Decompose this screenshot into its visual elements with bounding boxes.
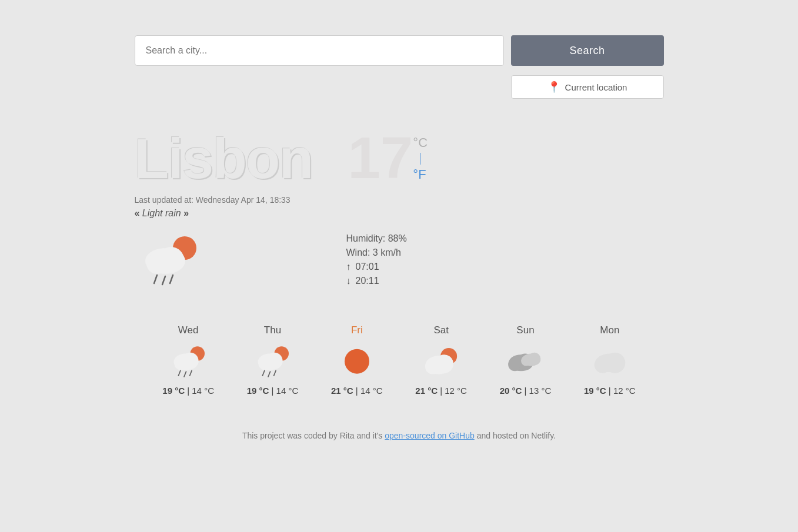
svg-line-20 [274, 370, 276, 376]
forecast-high: 19 °C [247, 386, 269, 396]
forecast-high: 19 °C [584, 386, 606, 396]
weather-details: Humidity: 88% Wind: 3 km/h ↑ 07:01 ↓ 20:… [346, 233, 407, 286]
forecast-temps: 20 °C | 13 °C [500, 386, 552, 396]
forecast-row: Wed 19 °C | 14 °CThu 19 °C | 14 °CFri 21… [135, 324, 664, 396]
svg-line-18 [263, 370, 265, 376]
forecast-day: Thu 19 °C | 14 °C [247, 324, 299, 396]
forecast-weather-icon [252, 343, 293, 379]
fahrenheit-toggle[interactable]: °F [413, 167, 426, 182]
city-name: Lisbon [135, 131, 313, 187]
forecast-weather-icon [420, 343, 462, 379]
forecast-day-label: Thu [264, 324, 281, 336]
svg-point-34 [605, 353, 625, 373]
sunrise-icon: ↑ [346, 262, 351, 272]
forecast-weather-icon [589, 343, 630, 379]
search-row: Search [135, 35, 664, 66]
city-temp-row: Lisbon 17 °C °F [135, 128, 664, 187]
svg-point-3 [158, 247, 184, 273]
forecast-day-label: Mon [600, 324, 619, 336]
unit-toggle: °C °F [413, 128, 428, 182]
forecast-temps: 19 °C | 14 °C [162, 386, 214, 396]
forecast-day-label: Sat [433, 324, 449, 336]
forecast-day: Mon 19 °C | 12 °C [584, 324, 636, 396]
chevron-left: « [135, 208, 142, 218]
weather-description: « Light rain » [135, 208, 664, 219]
svg-line-13 [190, 370, 192, 376]
forecast-temps: 21 °C | 12 °C [415, 386, 467, 396]
svg-line-19 [268, 372, 271, 377]
wind-label: Wind: 3 km/h [346, 247, 401, 258]
footer-text-after: and hosted on Netlify. [475, 431, 556, 440]
svg-point-31 [529, 353, 541, 365]
celsius-toggle[interactable]: °C [413, 135, 428, 150]
sunrise-row: ↑ 07:01 [346, 262, 407, 272]
sunset-time: 20:11 [356, 276, 379, 286]
search-button[interactable]: Search [511, 35, 664, 66]
svg-line-5 [162, 276, 165, 285]
svg-line-4 [154, 275, 157, 283]
svg-point-21 [345, 349, 369, 374]
humidity-row: Humidity: 88% [346, 233, 407, 244]
sunset-row: ↓ 20:11 [346, 276, 407, 286]
sunrise-time: 07:01 [356, 262, 379, 272]
last-updated: Last updated at: Wednesday Apr 14, 18:33 [135, 195, 664, 205]
forecast-weather-icon [505, 343, 546, 379]
forecast-day: Sun 20 °C | 13 °C [500, 324, 552, 396]
footer: This project was coded by Rita and it's … [135, 431, 664, 440]
forecast-day-label: Wed [178, 324, 199, 336]
search-input[interactable] [135, 35, 504, 66]
footer-text-before: This project was coded by Rita and it's [242, 431, 385, 440]
svg-line-12 [184, 372, 186, 377]
github-link[interactable]: open-sourced on GitHub [385, 431, 475, 440]
humidity-label: Humidity: 88% [346, 233, 407, 244]
current-location-button[interactable]: 📍 Current location [511, 75, 664, 99]
svg-line-6 [170, 275, 173, 283]
forecast-high: 21 °C [415, 386, 438, 396]
forecast-weather-icon [336, 343, 378, 379]
weather-main: Humidity: 88% Wind: 3 km/h ↑ 07:01 ↓ 20:… [135, 230, 664, 289]
svg-point-10 [182, 353, 199, 369]
forecast-temps: 19 °C | 12 °C [584, 386, 636, 396]
unit-divider [420, 153, 420, 165]
sunset-icon: ↓ [346, 276, 351, 286]
location-pin-icon: 📍 [547, 81, 560, 93]
forecast-high: 19 °C [162, 386, 185, 396]
forecast-temps: 21 °C | 14 °C [331, 386, 383, 396]
forecast-day-label: Sun [516, 324, 534, 336]
svg-line-11 [179, 370, 181, 376]
forecast-high: 20 °C [500, 386, 522, 396]
location-button-label: Current location [565, 82, 627, 92]
weather-desc-text: Light rain [142, 208, 181, 218]
forecast-day-label: Fri [351, 324, 363, 336]
forecast-temps: 19 °C | 14 °C [247, 386, 299, 396]
temperature-value: 17 [348, 128, 413, 187]
forecast-day: Wed 19 °C | 14 °C [162, 324, 214, 396]
forecast-weather-icon [168, 343, 209, 379]
svg-point-25 [435, 354, 454, 373]
forecast-day: Sat 21 °C | 12 °C [415, 324, 467, 396]
forecast-day: Fri 21 °C | 14 °C [331, 324, 383, 396]
svg-point-17 [266, 353, 283, 369]
chevron-right: » [183, 208, 189, 218]
temperature-block: 17 °C °F [348, 128, 428, 187]
current-weather-icon [135, 230, 205, 289]
wind-row: Wind: 3 km/h [346, 247, 407, 258]
forecast-high: 21 °C [331, 386, 353, 396]
